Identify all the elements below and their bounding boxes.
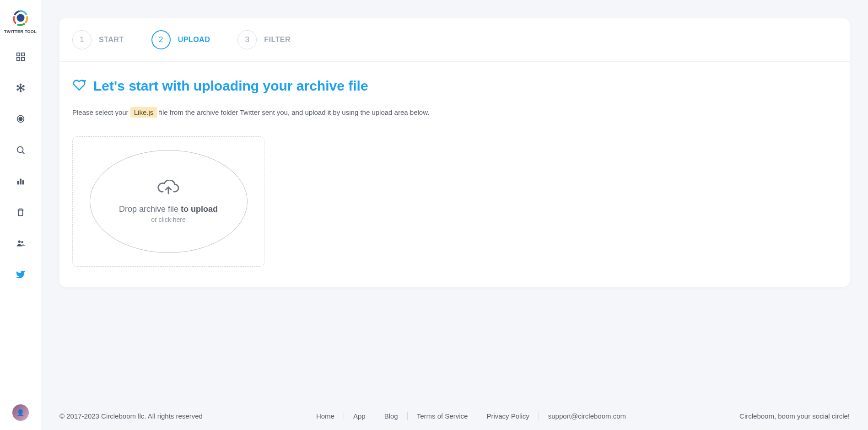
page-title-row: Let's start with uploading your archive … xyxy=(72,78,837,94)
footer-links: Home App Blog Terms of Service Privacy P… xyxy=(203,412,739,420)
sidebar-item-target[interactable] xyxy=(11,110,30,128)
upload-dropzone[interactable]: Drop archive file to upload or click her… xyxy=(72,136,264,267)
svg-rect-3 xyxy=(16,58,19,60)
upload-text-main: Drop archive file to upload xyxy=(119,204,218,214)
sidebar-item-twitter[interactable] xyxy=(11,265,30,284)
content-area: Let's start with uploading your archive … xyxy=(59,62,850,287)
logo-icon xyxy=(12,9,29,27)
footer: © 2017-2023 Circleboom llc. All rights r… xyxy=(59,412,850,420)
footer-tagline: Circleboom, boom your social circle! xyxy=(739,412,850,420)
bar-chart-icon xyxy=(16,176,26,186)
svg-rect-2 xyxy=(21,53,24,56)
footer-copyright: © 2017-2023 Circleboom llc. All rights r… xyxy=(59,412,203,420)
upload-ellipse: Drop archive file to upload or click her… xyxy=(90,150,248,253)
twitter-icon xyxy=(16,269,26,280)
svg-rect-23 xyxy=(20,179,22,185)
svg-rect-24 xyxy=(22,180,24,184)
footer-link-home[interactable]: Home xyxy=(307,412,344,420)
instruction-text: Please select your Like.js file from the… xyxy=(72,108,837,116)
footer-link-blog[interactable]: Blog xyxy=(375,412,408,420)
svg-point-20 xyxy=(17,147,23,153)
step-label: FILTER xyxy=(264,36,291,44)
avatar[interactable]: 👤 xyxy=(12,404,29,421)
sidebar-item-users[interactable] xyxy=(11,234,30,253)
heart-icon xyxy=(72,79,86,93)
main-card: 1 START 2 UPLOAD 3 FILTER Let xyxy=(59,18,850,287)
svg-rect-4 xyxy=(21,58,24,60)
upload-text-sub: or click here xyxy=(151,216,185,223)
footer-link-support[interactable]: support@circleboom.com xyxy=(539,412,635,420)
sidebar: TWITTER TOOL xyxy=(0,0,41,430)
network-icon xyxy=(16,83,26,93)
target-icon xyxy=(16,114,26,124)
step-number: 3 xyxy=(237,30,257,49)
sidebar-bottom: 👤 xyxy=(12,404,29,421)
step-upload[interactable]: 2 UPLOAD xyxy=(151,30,210,49)
stepper: 1 START 2 UPLOAD 3 FILTER xyxy=(59,18,850,62)
sidebar-item-delete[interactable] xyxy=(11,203,30,221)
sidebar-nav xyxy=(11,48,30,284)
step-start[interactable]: 1 START xyxy=(72,30,124,49)
grid-icon xyxy=(16,52,26,62)
users-icon xyxy=(16,238,26,248)
sidebar-item-dashboard[interactable] xyxy=(11,48,30,66)
logo-label: TWITTER TOOL xyxy=(4,29,37,34)
step-label: UPLOAD xyxy=(178,36,210,44)
svg-rect-22 xyxy=(17,181,19,184)
sidebar-item-network[interactable] xyxy=(11,79,30,97)
main-content: 1 START 2 UPLOAD 3 FILTER Let xyxy=(41,0,868,430)
svg-point-19 xyxy=(19,117,22,120)
search-icon xyxy=(16,145,26,155)
svg-point-25 xyxy=(18,241,21,243)
footer-link-app[interactable]: App xyxy=(344,412,375,420)
page-title: Let's start with uploading your archive … xyxy=(93,78,368,94)
step-label: START xyxy=(99,36,124,44)
footer-link-terms[interactable]: Terms of Service xyxy=(408,412,478,420)
svg-rect-1 xyxy=(16,53,19,56)
svg-point-26 xyxy=(21,241,23,243)
file-highlight: Like.js xyxy=(130,107,157,118)
svg-line-21 xyxy=(22,152,24,154)
step-number: 1 xyxy=(72,30,92,49)
step-filter[interactable]: 3 FILTER xyxy=(237,30,291,49)
trash-icon xyxy=(16,207,26,217)
footer-link-privacy[interactable]: Privacy Policy xyxy=(477,412,539,420)
cloud-upload-icon xyxy=(157,180,179,198)
step-number: 2 xyxy=(151,30,171,49)
logo[interactable]: TWITTER TOOL xyxy=(4,9,37,34)
sidebar-item-search[interactable] xyxy=(11,141,30,159)
sidebar-item-analytics[interactable] xyxy=(11,172,30,190)
